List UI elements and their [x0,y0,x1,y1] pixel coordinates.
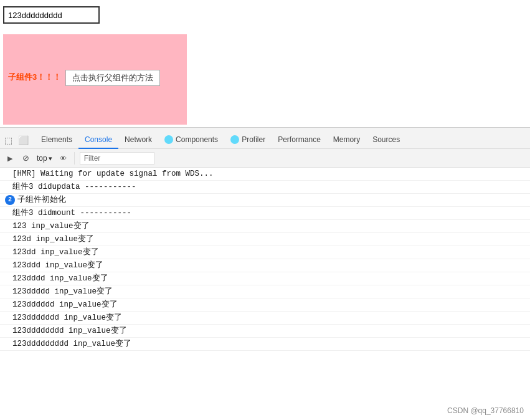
tab-memory[interactable]: Memory [327,133,366,149]
text-input[interactable] [3,6,100,24]
context-selector[interactable]: top [37,154,52,163]
console-line: 123ddddd inp_value变了 [0,285,530,298]
watermark: CSDN @qq_37766810 [447,406,524,415]
child-component-label: 子组件3！！！ [8,72,61,83]
console-line: 123ddddddd inp_value变了 [0,312,530,325]
device-icon[interactable]: ⬜ [17,135,29,146]
react-profiler-icon [230,135,239,144]
console-line: 123dddddddd inp_value变了 [0,325,530,338]
console-output: [HMR] Waiting for update signal from WDS… [0,168,530,420]
filter-input[interactable] [80,152,154,165]
console-line: 123 inp_value变了 [0,220,530,233]
console-badge: 2 [5,195,15,205]
console-line-text: 子组件初始化 [17,194,66,206]
eye-icon [60,153,67,163]
tab-network[interactable]: Network [118,133,158,149]
devtools-tab-bar: ⬚ ⬜ Elements Console Network Components … [0,128,530,149]
console-line: 123dddd inp_value变了 [0,272,530,285]
console-line: 2子组件初始化 [0,194,530,207]
console-line: [HMR] Waiting for update signal from WDS… [0,168,530,181]
console-line: 123d inp_value变了 [0,233,530,246]
tab-console[interactable]: Console [78,133,118,149]
tab-performance[interactable]: Performance [272,133,327,149]
stop-icon [22,153,29,163]
pink-box: 子组件3！！！ 点击执行父组件的方法 [3,34,187,125]
console-line: 123dddddd inp_value变了 [0,298,530,312]
console-line: 组件3 didmount ----------- [0,207,530,220]
tab-components[interactable]: Components [158,133,224,149]
tab-profiler[interactable]: Profiler [224,133,272,149]
react-components-icon [164,135,173,144]
console-line: 组件3 didupdata ----------- [0,181,530,194]
eye-button[interactable] [57,152,69,164]
console-toolbar: top [0,149,530,168]
play-button[interactable] [5,152,15,164]
exec-parent-method-button[interactable]: 点击执行父组件的方法 [65,70,160,86]
stop-button[interactable] [20,152,32,164]
console-line: 123ddd inp_value变了 [0,259,530,272]
context-label: top [37,154,47,163]
cursor-icon[interactable]: ⬚ [2,135,14,146]
tab-sources[interactable]: Sources [366,133,406,149]
preview-area: 子组件3！！！ 点击执行父组件的方法 [0,0,530,128]
toolbar-divider [74,152,75,165]
tab-elements[interactable]: Elements [35,133,78,149]
play-icon [7,153,12,163]
console-line: 123dd inp_value变了 [0,246,530,259]
chevron-down-icon [49,154,52,163]
tab-icon-group: ⬚ ⬜ [2,135,35,148]
console-line: 123ddddddddd inp_value变了 [0,338,530,351]
